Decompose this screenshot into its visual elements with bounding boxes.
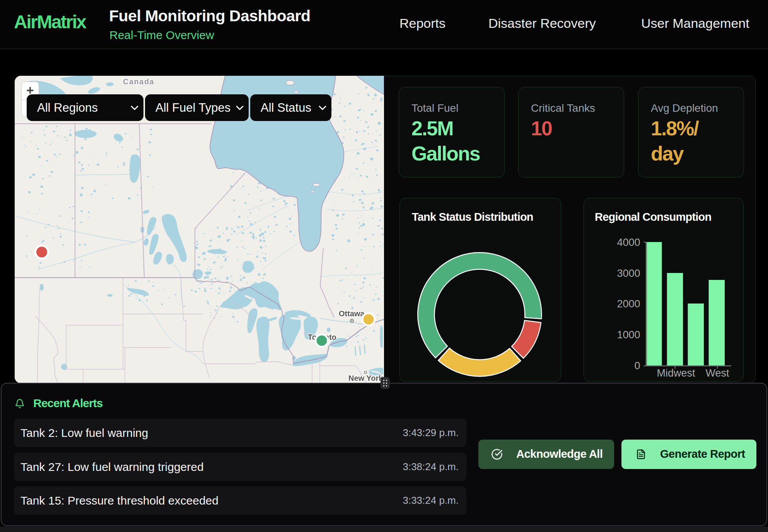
svg-text:2000: 2000 — [617, 298, 640, 310]
svg-text:Midwest: Midwest — [657, 367, 695, 379]
svg-text:New York: New York — [348, 374, 383, 382]
svg-text:1000: 1000 — [617, 329, 640, 341]
svg-text:West: West — [705, 367, 729, 379]
svg-text:Canada: Canada — [123, 77, 154, 86]
svg-text:0: 0 — [634, 360, 640, 372]
svg-text:4000: 4000 — [617, 237, 640, 248]
svg-text:3000: 3000 — [617, 268, 640, 279]
svg-text:Ottawa: Ottawa — [339, 309, 365, 318]
